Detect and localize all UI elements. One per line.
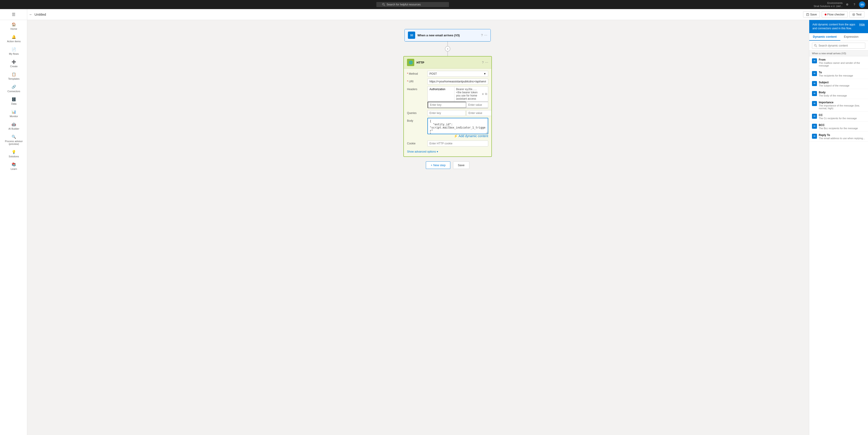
uri-input[interactable]: https://<yourhomeassistantpublicdns>/api… [427,79,488,84]
method-select[interactable]: POST ▼ [427,71,488,77]
header-val-input-2[interactable] [466,102,488,108]
sidebar-item-solutions[interactable]: 💡 Solutions [0,148,27,160]
create-icon: ➕ [11,60,16,64]
dynamic-search-input[interactable] [812,43,865,49]
header-key-input-2[interactable] [428,102,466,108]
chevron-down-icon-advanced: ▾ [437,150,438,153]
dynamic-item-to[interactable]: ✉ To The recipients for the message [809,69,868,79]
add-dynamic-content-link[interactable]: ⚡ Add dynamic content [427,134,488,138]
dynamic-item-cc[interactable]: ✉ CC The Cc recipients for the message [809,112,868,122]
sidebar-item-learn[interactable]: 📚 Learn [0,160,27,173]
body-icon: ✉ [812,91,817,96]
header-copy-icon-1[interactable]: ⧉ [485,92,487,96]
search-icon [382,3,385,6]
subheader: ← Untitled Save Flow checker Test [27,9,868,20]
save-button[interactable]: Save [803,11,820,18]
tab-dynamic-content[interactable]: Dynamic content [809,33,840,41]
sidebar-item-monitor[interactable]: 📊 Monitor [0,107,27,120]
sidebar-item-templates[interactable]: 📋 Templates [0,70,27,82]
dynamic-item-bcc[interactable]: ✉ BCC The Bcc recipients for the message [809,122,868,132]
help-icon-btn[interactable]: ? [852,2,857,7]
body-input[interactable]: { "entity_id": "script.mailbox_indicator… [427,118,488,134]
header-key-1[interactable]: Authorization [428,87,455,102]
cookie-row: Cookie [407,141,488,146]
search-bar[interactable]: Search for helpful resources [376,2,449,7]
cc-text: CC The Cc recipients for the message [819,114,865,120]
show-advanced-btn[interactable]: Show advanced options ▾ [407,148,488,154]
http-card[interactable]: 🌐 HTTP ? ⋯ Method POST ▼ U [403,56,492,157]
queries-row: Queries ⧉ [407,110,488,116]
header-delete-icon-1[interactable]: ✕ [482,92,484,96]
svg-rect-3 [807,13,808,14]
tab-expression[interactable]: Expression [840,33,862,41]
uri-label: URI [407,79,425,83]
sidebar-item-ai-builder[interactable]: 🤖 AI Builder [0,120,27,133]
body-row: Body { "entity_id": "script.mailbox_indi… [407,118,488,139]
dynamic-item-subject[interactable]: ✉ Subject The subject of the message [809,79,868,89]
hide-dynamic-panel-btn[interactable]: Hide [859,23,865,27]
header-val-1[interactable]: Bearer eyJ0e......<the bearer token you … [455,87,481,102]
trigger-card[interactable]: ✉ When a new email arrives (V3) ? ⋯ [404,29,491,41]
main-canvas: ✉ When a new email arrives (V3) ? ⋯ + 🌐 … [27,20,868,435]
flow-connector-1: + [445,41,450,56]
flow-checker-error-dot [825,13,827,16]
flow-actions: + New step Save [426,162,469,169]
importance-text: Importance The importance of the message… [819,101,865,110]
query-value-input[interactable] [466,110,492,116]
settings-icon-btn[interactable]: ⚙ [844,2,850,7]
monitor-icon: 📊 [11,110,16,114]
sidebar-item-data[interactable]: 🗄️ Data [0,95,27,107]
headers-label: Headers [407,86,425,91]
flow-save-button[interactable]: Save [453,162,469,169]
http-help-icon[interactable]: ? [482,61,484,64]
sidebar-item-action-items[interactable]: 🔔 Action items [0,32,27,45]
search-input[interactable]: Search for helpful resources [386,3,443,6]
sidebar-item-create[interactable]: ➕ Create [0,57,27,70]
method-row: Method POST ▼ [407,71,488,77]
test-icon [852,13,855,16]
http-more-icon[interactable]: ⋯ [485,61,488,64]
sidebar-item-my-flows[interactable]: 📄 My flows [0,45,27,57]
body-label: Body [407,118,425,122]
to-text: To The recipients for the message [819,71,865,77]
svg-point-0 [382,3,384,5]
trigger-actions: ? ⋯ [481,33,487,37]
trigger-icon: ✉ [408,32,415,39]
http-title: HTTP [416,61,479,64]
menu-icon-btn[interactable]: ☰ [0,9,27,20]
test-button[interactable]: Test [849,11,864,18]
dynamic-panel-header: Add dynamic content from the apps and co… [809,20,868,33]
trigger-help-icon[interactable]: ? [481,33,483,37]
dynamic-section-title: When a new email arrives (V3) [809,51,868,56]
dynamic-item-reply-to[interactable]: ✉ Reply To The email address to use when… [809,132,868,142]
http-actions: ? ⋯ [482,61,488,64]
header-row-1: Authorization Bearer eyJ0e......<the bea… [428,87,488,102]
sidebar-item-process-advisor[interactable]: 🔍 Process advisor (preview) [0,133,27,148]
headers-row: Headers Authorization Bearer eyJ0e......… [407,86,488,108]
sidebar-item-home[interactable]: 🏠 Home [0,20,27,32]
new-step-button[interactable]: + New step [426,162,450,169]
learn-icon: 📚 [11,162,16,167]
sidebar-item-connectors[interactable]: 🔗 Connectors [0,82,27,95]
flow-checker-button[interactable]: Flow checker [822,11,848,18]
dynamic-item-importance[interactable]: ✉ Importance The importance of the messa… [809,99,868,112]
http-icon: 🌐 [407,59,414,66]
dynamic-items-list: ✉ From The mailbox owner and sender of t… [809,56,868,435]
topbar: Search for helpful resources Environment… [0,0,868,9]
add-step-plus-1[interactable]: + [445,46,450,52]
cookie-input[interactable] [427,141,488,146]
flow-line-1 [447,41,448,46]
reply-to-icon: ✉ [812,134,817,139]
dynamic-item-from[interactable]: ✉ From The mailbox owner and sender of t… [809,56,868,69]
trigger-more-icon[interactable]: ⋯ [484,33,487,37]
header-actions-1: ✕ ⧉ [481,87,488,102]
ai-builder-icon: 🤖 [11,122,16,126]
process-advisor-icon: 🔍 [11,135,16,139]
query-key-input[interactable] [427,110,466,116]
data-icon: 🗄️ [11,97,16,102]
from-text: From The mailbox owner and sender of the… [819,58,865,67]
avatar[interactable]: SS [859,1,865,8]
back-button[interactable]: ← [29,12,33,17]
svg-rect-4 [807,15,809,16]
dynamic-item-body[interactable]: ✉ Body The body of the message [809,89,868,99]
